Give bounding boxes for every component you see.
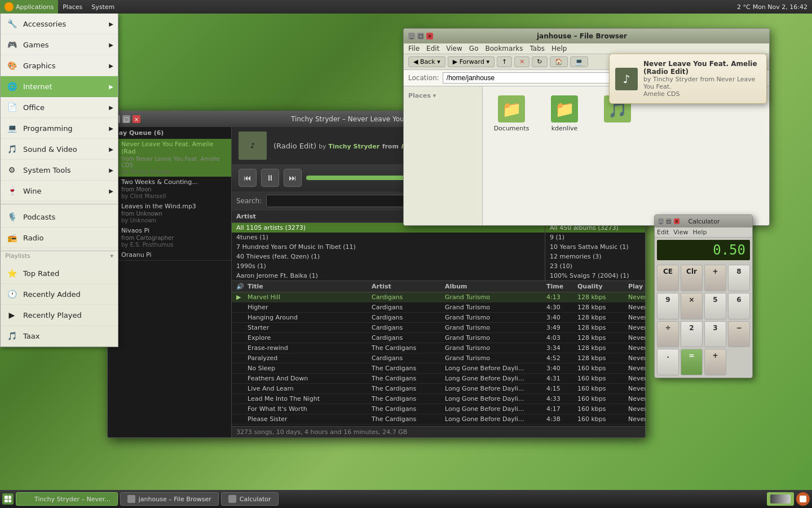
calc-btn-clr[interactable]: Clr (681, 265, 703, 291)
taskbar-wm-icon[interactable] (2, 493, 14, 505)
fb-menu-go[interactable]: Go (469, 45, 479, 52)
sidebar-item-taax[interactable]: 🎵 Taax (1, 326, 118, 347)
menu-item-wine[interactable]: 🍷 Wine ▶ (1, 181, 118, 202)
menu-item-accessories[interactable]: 🔧 Accessories ▶ (1, 14, 118, 34)
notification-title: Never Leave You Feat. Amelie (Radio Edit… (643, 60, 761, 76)
fb-close-button[interactable]: × (426, 33, 433, 40)
queue-item-2[interactable]: Two Weeks & Counting... from Moon by Cli… (108, 177, 231, 201)
folder-item-kdenlive[interactable]: 📁 kdenlive (545, 95, 584, 132)
menu-item-graphics[interactable]: 🎨 Graphics ▶ (1, 55, 118, 76)
calc-btn-multiply[interactable]: × (681, 293, 703, 319)
calc-btn-ce[interactable]: CE (657, 265, 679, 291)
sidebar-item-top-rated[interactable]: ⭐ Top Rated (1, 263, 118, 284)
calc-btn-9[interactable]: 9 (657, 293, 679, 319)
table-row[interactable]: No Sleep The Cardigans Long Gone Before … (232, 364, 645, 374)
fb-computer-button[interactable]: 💻 (570, 56, 588, 67)
calc-btn-5[interactable]: 5 (704, 293, 726, 319)
folder-item-documents[interactable]: 📁 Documents (492, 95, 531, 132)
menu-item-podcasts[interactable]: 🎙️ Podcasts (1, 207, 118, 227)
queue-item-1[interactable]: Never Leave You Feat. Amelie (Rad from N… (108, 139, 231, 177)
queue-item-3[interactable]: Leaves in the Wind.mp3 from Unknown by U… (108, 201, 231, 225)
fb-home-button[interactable]: 🏠 (550, 56, 568, 67)
taskbar-btn-filebrowser[interactable]: janhouse – File Browser (120, 492, 219, 506)
calc-btn-plus[interactable]: + (704, 265, 726, 291)
album-item[interactable]: 10 Years Sattva Music (1) (545, 242, 645, 252)
menu-item-office[interactable]: 📄 Office ▶ (1, 97, 118, 118)
calc-btn-3[interactable]: 3 (704, 321, 726, 348)
fb-menu-edit[interactable]: Edit (426, 45, 439, 52)
fb-menu-view[interactable]: View (446, 45, 462, 52)
fb-back-button[interactable]: ◀ Back ▾ (408, 56, 445, 67)
next-button[interactable]: ⏭ (284, 169, 302, 187)
table-row[interactable]: Paralyzed Cardigans Grand Turismo 4:52 1… (232, 353, 645, 364)
album-item[interactable]: 12 memories (3) (545, 252, 645, 261)
table-row[interactable]: Hanging Around Cardigans Grand Turismo 3… (232, 313, 645, 323)
fb-minimize-button[interactable]: _ (408, 33, 415, 40)
calc-btn-2[interactable]: 2 (681, 321, 703, 348)
table-row[interactable]: Feathers And Down The Cardigans Long Gon… (232, 374, 645, 384)
taskbar-btn-calculator[interactable]: Calculator (221, 492, 279, 506)
play-pause-button[interactable]: ⏸ (261, 169, 279, 187)
calc-menu-view[interactable]: View (673, 229, 688, 236)
table-row[interactable]: Erase-rewind The Cardigans Grand Turismo… (232, 343, 645, 353)
sidebar-item-recently-added[interactable]: 🕐 Recently Added (1, 284, 118, 305)
fb-menu-bookmarks[interactable]: Bookmarks (485, 45, 523, 52)
calc-btn-divide[interactable]: ÷ (657, 321, 679, 348)
artist-item[interactable]: 1990s (1) (232, 261, 545, 271)
fb-maximize-button[interactable]: □ (417, 33, 424, 40)
fb-reload-button[interactable]: ↻ (532, 56, 547, 67)
menu-item-radio[interactable]: 📻 Radio (1, 227, 118, 248)
menu-item-games[interactable]: 🎮 Games ▶ (1, 34, 118, 55)
menu-item-sound-video[interactable]: 🎵 Sound & Video ▶ (1, 139, 118, 160)
window-maximize-button[interactable]: □ (122, 115, 130, 123)
queue-item-5[interactable]: Oraanu Pi (108, 249, 231, 260)
album-item[interactable]: 23 (10) (545, 261, 645, 271)
calc-menu-help[interactable]: Help (692, 229, 707, 236)
window-close-button[interactable]: × (133, 115, 140, 123)
fb-upload-button[interactable]: ↑ (497, 56, 512, 67)
table-row[interactable]: Starter Cardigans Grand Turismo 3:49 128… (232, 323, 645, 333)
calc-btn-dot[interactable]: . (657, 349, 679, 375)
applications-menu-button[interactable]: Applications (0, 0, 58, 14)
menu-item-system-tools[interactable]: ⚙️ System Tools ▶ (1, 160, 118, 181)
calc-btn-8[interactable]: 8 (728, 265, 750, 291)
table-row[interactable]: For What It's Worth The Cardigans Long G… (232, 404, 645, 414)
artist-item[interactable]: 4tunes (1) (232, 233, 545, 242)
artist-item[interactable]: 7 Hundred Years Of Music In Tibet (11) (232, 242, 545, 252)
artist-item[interactable]: 40 Thieves (feat. Qzen) (1) (232, 252, 545, 261)
mini-app-icon-2[interactable] (796, 492, 810, 506)
places-menu-button[interactable]: Places (58, 0, 87, 14)
calc-btn-minus[interactable]: − (728, 321, 750, 348)
queue-item-4[interactable]: Nivaos Pi from Cartographer by E.S. Post… (108, 225, 231, 249)
calc-maximize-button[interactable]: □ (666, 218, 672, 224)
menu-item-internet[interactable]: 🌐 Internet ▶ (1, 76, 118, 97)
table-row[interactable]: ▶ Marvel Hill Cardigans Grand Turismo 4:… (232, 292, 645, 303)
table-row[interactable]: Higher Cardigans Grand Turismo 4:30 128 … (232, 303, 645, 313)
artist-item[interactable]: Aaron Jerome Ft. Baika (1) (232, 271, 545, 281)
fb-forward-button[interactable]: ▶ Forward ▾ (448, 56, 495, 67)
fb-stop-button[interactable]: ✕ (514, 56, 529, 67)
system-menu-button[interactable]: System (87, 0, 119, 14)
play-queue-header[interactable]: Play Queue (6) (108, 127, 231, 139)
calc-btn-equals[interactable]: = (681, 349, 703, 375)
previous-button[interactable]: ⏮ (239, 169, 257, 187)
calc-close-button[interactable]: × (674, 218, 679, 224)
mini-app-icon-1[interactable] (767, 492, 794, 506)
album-item[interactable]: 100% Svaigs 7 (2004) (1) (545, 271, 645, 281)
calc-menu-edit[interactable]: Edit (657, 229, 669, 236)
taskbar-btn-music[interactable]: Tinchy Stryder – Never... (16, 492, 118, 506)
table-row[interactable]: Live And Learn The Cardigans Long Gone B… (232, 384, 645, 394)
album-item[interactable]: 9 (1) (545, 233, 645, 242)
table-row[interactable]: Lead Me Into The Night The Cardigans Lon… (232, 394, 645, 404)
table-row[interactable]: Please Sister The Cardigans Long Gone Be… (232, 414, 645, 424)
table-row[interactable]: Explore Cardigans Grand Turismo 4:03 128… (232, 333, 645, 343)
fb-menu-file[interactable]: File (408, 45, 420, 52)
sidebar-item-recently-played[interactable]: ▶️ Recently Played (1, 305, 118, 326)
calc-btn-6[interactable]: 6 (728, 293, 750, 319)
file-browser-titlebar: _ □ × janhouse – File Browser (404, 29, 769, 43)
menu-item-programming[interactable]: 💻 Programming ▶ (1, 118, 118, 139)
calc-btn-plus2[interactable]: + (704, 349, 726, 375)
calc-minimize-button[interactable]: _ (658, 218, 664, 224)
fb-menu-tabs[interactable]: Tabs (530, 45, 545, 52)
fb-menu-help[interactable]: Help (551, 45, 567, 52)
